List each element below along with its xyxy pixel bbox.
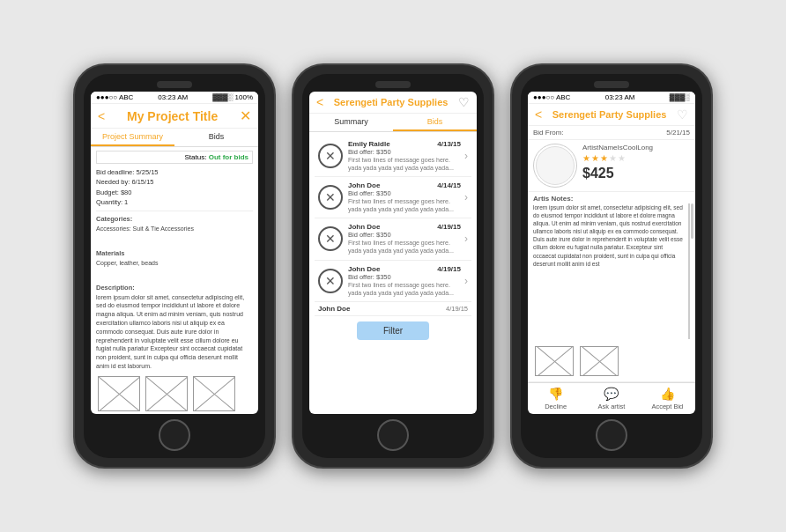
- artist-notes-label: Artis Notes:: [528, 192, 695, 203]
- image-placeholder-2: [145, 376, 188, 411]
- bid-decline-0[interactable]: ✕: [318, 144, 343, 168]
- phone-3-screen: ●●●○○ ABC 03:23 AM ▓▓▓░ < Serengeti Part…: [528, 92, 695, 414]
- bid-date-1: 4/14/15: [437, 181, 461, 189]
- partial-bid-name: John Doe: [318, 305, 446, 313]
- description-text: lorem ipsum dolor sit amet, consectetur …: [96, 293, 253, 371]
- phone-1-images: [96, 374, 253, 413]
- phone-1-title: My Project Title: [105, 109, 240, 123]
- phone-1-camera: [157, 81, 192, 88]
- phone-3-battery: ▓▓▓░: [670, 93, 690, 101]
- phone-3-heart-icon[interactable]: ♡: [677, 107, 688, 122]
- artist-section: ArtistNameIsCoolLong ★ ★ ★ ★ ★ $425: [528, 140, 695, 192]
- phone-3-nav: < Serengeti Party Supplies ♡: [528, 104, 695, 126]
- phone-3-carrier: ●●●○○ ABC: [533, 93, 570, 101]
- phone-1-carrier: ●●●○○ ABC: [96, 93, 133, 101]
- phone-3-home-button[interactable]: [596, 419, 627, 451]
- tab-summary[interactable]: Summary: [309, 114, 393, 131]
- partial-bid-item[interactable]: John Doe 4/19/15: [315, 302, 471, 316]
- image-placeholder-1: [98, 376, 140, 411]
- bid-item-2[interactable]: ✕ John Doe 4/19/15 Bid offer: $350 First…: [315, 218, 471, 260]
- bid-name-1: John Doe: [348, 181, 380, 189]
- phone-1-screen: ●●●○○ ABC 03:23 AM ▓▓▓░ 100% < My Projec…: [91, 92, 258, 414]
- ask-icon: 💬: [604, 387, 619, 401]
- bid-decline-1[interactable]: ✕: [318, 185, 343, 210]
- status-banner: Status: Out for bids: [96, 151, 253, 164]
- categories-value: Accessories: Suit & Tie Accessories: [96, 225, 253, 233]
- bid-offer-0: Bid offer: $350: [348, 148, 461, 156]
- phone-1-close-button[interactable]: ✕: [240, 107, 251, 124]
- description-label: Description:: [96, 284, 253, 292]
- phone-3-images: [528, 341, 695, 382]
- ask-artist-button[interactable]: 💬 Ask artist: [583, 387, 639, 410]
- phone-3-time: 03:23 AM: [605, 93, 635, 101]
- scroll-indicator: [691, 203, 693, 239]
- phone-1-status-bar: ●●●○○ ABC 03:23 AM ▓▓▓░ 100%: [91, 92, 258, 104]
- star-4: ★: [609, 153, 617, 163]
- bid-arrow-2[interactable]: ›: [464, 233, 468, 245]
- bid-offer-3: Bid offer: $350: [348, 273, 461, 281]
- phones-container: ●●●○○ ABC 03:23 AM ▓▓▓░ 100% < My Projec…: [56, 46, 730, 486]
- phone-1-content: Status: Out for bids Bid deadline: 5/25/…: [91, 147, 258, 414]
- artist-avatar: [533, 144, 577, 188]
- bid-item-0[interactable]: ✕ Emily Raidle 4/13/15 Bid offer: $350 F…: [315, 136, 471, 177]
- accept-label: Accept Bid: [651, 403, 683, 410]
- bid-date-0: 4/13/15: [437, 140, 461, 148]
- status-value: Out for bids: [209, 153, 248, 161]
- bid-item-3[interactable]: ✕ John Doe 4/19/15 Bid offer: $350 First…: [315, 261, 471, 302]
- bid-offer-2: Bid offer: $350: [348, 231, 461, 239]
- bid-date-3: 4/19/15: [437, 265, 461, 273]
- accept-bid-button[interactable]: 👍 Accept Bid: [640, 387, 695, 410]
- star-5: ★: [618, 153, 626, 163]
- image-placeholder-p3-1: [535, 346, 574, 376]
- phone-2-home-button[interactable]: [377, 419, 409, 451]
- bid-date-2: 4/19/15: [437, 223, 461, 231]
- bid-decline-2[interactable]: ✕: [318, 226, 343, 251]
- budget: Budget: $80: [96, 188, 253, 197]
- star-2: ★: [591, 153, 599, 163]
- image-placeholder-3: [193, 376, 235, 411]
- artist-notes-text: lorem ipsum dolor sit amet, consectetur …: [528, 203, 690, 339]
- phone-1: ●●●○○ ABC 03:23 AM ▓▓▓░ 100% < My Projec…: [73, 63, 276, 469]
- tab-bids[interactable]: Bids: [174, 129, 258, 146]
- bid-arrow-0[interactable]: ›: [464, 150, 468, 162]
- phone-1-tabs: Project Summary Bids: [91, 129, 258, 147]
- materials-label: Materials: [96, 249, 253, 257]
- bid-decline-3[interactable]: ✕: [318, 269, 343, 293]
- phone-2-back-button[interactable]: <: [316, 95, 323, 109]
- accept-icon: 👍: [660, 387, 675, 401]
- quantity: Quantity: 1: [96, 197, 253, 207]
- categories-label: Categories:: [96, 215, 253, 223]
- phone-1-battery: ▓▓▓░ 100%: [212, 93, 253, 101]
- phone-1-home-button[interactable]: [159, 419, 190, 451]
- phone-3-back-button[interactable]: <: [535, 107, 542, 122]
- phone-3-title: Serengeti Party Supplies: [542, 109, 677, 120]
- decline-icon: 👎: [548, 387, 563, 401]
- tab-project-summary[interactable]: Project Summary: [91, 129, 174, 146]
- image-placeholder-p3-2: [580, 346, 619, 376]
- phone-2-heart-icon[interactable]: ♡: [458, 95, 470, 109]
- bid-message-1: First two lines of message goes here. ya…: [348, 197, 461, 213]
- phone-1-nav: < My Project Title ✕: [91, 104, 258, 129]
- phone-2-camera: [375, 81, 411, 88]
- needed-by: Needed by: 6/15/15: [96, 177, 253, 187]
- phone-2-title: Serengeti Party Supplies: [334, 97, 449, 107]
- bottom-actions: 👎 Decline 💬 Ask artist 👍 Accept Bid: [528, 382, 695, 414]
- bid-offer-1: Bid offer: $350: [348, 189, 461, 197]
- phone-2: < Serengeti Party Supplies ♡ Summary Bid…: [292, 63, 494, 469]
- star-1: ★: [582, 153, 590, 163]
- tab-bids-active[interactable]: Bids: [393, 114, 477, 131]
- decline-label: Decline: [545, 403, 567, 410]
- bid-message-3: First two lines of message goes here. ya…: [348, 281, 461, 297]
- bid-arrow-1[interactable]: ›: [464, 191, 468, 203]
- bid-from-label: Bid From:: [533, 129, 564, 137]
- bid-arrow-3[interactable]: ›: [464, 275, 468, 287]
- phone-2-bids-list: ✕ Emily Raidle 4/13/15 Bid offer: $350 F…: [309, 132, 477, 414]
- bid-message-2: First two lines of message goes here. ya…: [348, 239, 461, 255]
- bid-item-1[interactable]: ✕ John Doe 4/14/15 Bid offer: $350 First…: [315, 177, 471, 218]
- filter-button[interactable]: Filter: [357, 321, 429, 340]
- phone-2-nav: < Serengeti Party Supplies ♡: [309, 92, 477, 114]
- decline-button[interactable]: 👎 Decline: [528, 387, 583, 410]
- phone-3-camera: [594, 81, 629, 88]
- phone-1-back-button[interactable]: <: [98, 109, 105, 123]
- bid-message-0: First two lines of message goes here. ya…: [348, 156, 461, 172]
